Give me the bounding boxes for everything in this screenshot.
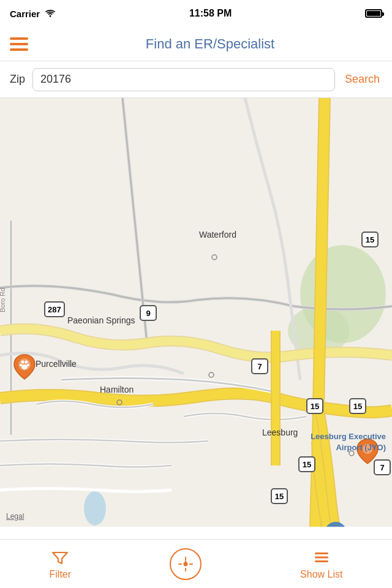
- svg-point-19: [27, 364, 29, 366]
- route-15-shield-south: 15: [298, 456, 315, 472]
- search-button[interactable]: Search: [342, 73, 382, 86]
- list-icon: [312, 548, 331, 567]
- page-title: Find an ER/Specialist: [38, 36, 382, 52]
- show-list-label: Show List: [300, 569, 342, 580]
- status-time: 11:58 PM: [189, 8, 232, 19]
- route-15-shield-north: 15: [361, 232, 379, 247]
- battery-icon: [365, 9, 382, 18]
- zip-label: Zip: [10, 73, 25, 86]
- location-button[interactable]: [170, 548, 202, 580]
- svg-text:Boro Rd: Boro Rd: [0, 288, 6, 312]
- hamburger-menu-button[interactable]: [10, 37, 28, 51]
- er-marker-leesburg[interactable]: [355, 437, 380, 469]
- svg-rect-24: [315, 556, 328, 558]
- route-287-shield: 287: [44, 301, 65, 317]
- route-9-shield: 9: [140, 305, 157, 321]
- legal-text[interactable]: Legal: [6, 512, 24, 521]
- status-bar: Carrier 11:58 PM: [0, 0, 392, 27]
- route-15-shield-bottom: 15: [271, 488, 288, 504]
- svg-point-20: [21, 364, 28, 369]
- search-bar: Zip Search: [0, 61, 392, 98]
- status-left: Carrier: [10, 9, 56, 19]
- svg-point-0: [50, 15, 51, 17]
- nav-bar: Find an ER/Specialist: [0, 27, 392, 61]
- svg-point-17: [25, 361, 28, 364]
- route-7-shield-mid: 7: [251, 358, 268, 374]
- svg-point-4: [84, 491, 106, 526]
- filter-icon: [51, 548, 69, 567]
- route-15-shield-mid2: 15: [349, 398, 366, 414]
- svg-rect-23: [315, 552, 328, 554]
- svg-point-21: [363, 444, 372, 454]
- location-icon: [177, 556, 194, 573]
- er-marker-purcellville[interactable]: [12, 352, 37, 384]
- wifi-icon: [45, 9, 56, 18]
- filter-tab[interactable]: Filter: [50, 548, 72, 580]
- filter-label: Filter: [50, 569, 72, 580]
- route-15-shield-mid1: 15: [306, 398, 323, 414]
- svg-point-16: [21, 361, 24, 364]
- carrier-label: Carrier: [10, 9, 40, 19]
- svg-rect-25: [315, 560, 328, 562]
- status-right: [365, 9, 382, 18]
- tab-bar: Filter Show List: [0, 539, 392, 588]
- zip-input[interactable]: [32, 68, 335, 91]
- svg-point-18: [20, 364, 22, 366]
- map-view[interactable]: Boro Rd ✈ Waterford Paeonian Springs Pur…: [0, 98, 392, 527]
- show-list-tab[interactable]: Show List: [300, 548, 342, 580]
